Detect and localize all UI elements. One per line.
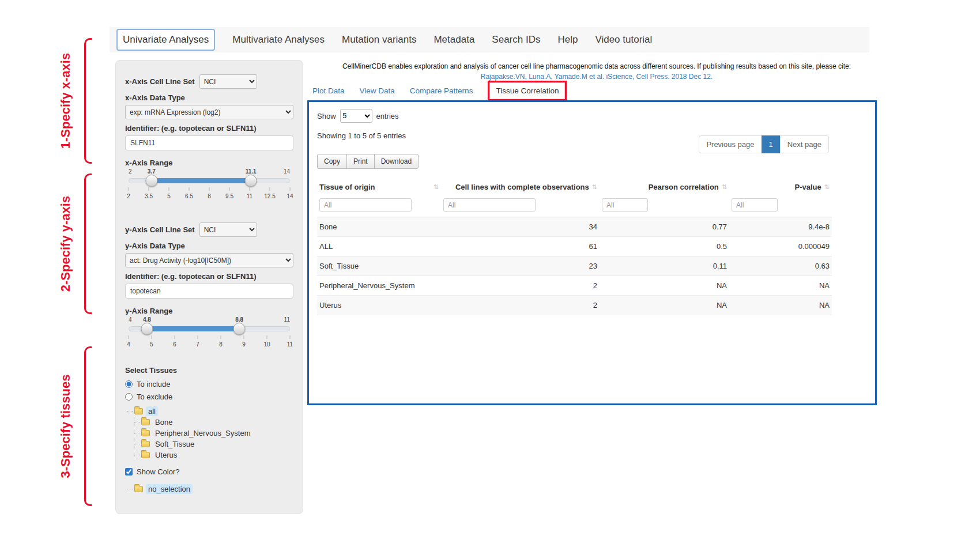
tree-node-no-selection[interactable]: no_selection xyxy=(127,484,293,495)
nav-tab-mutation-variants[interactable]: Mutation variants xyxy=(342,34,416,46)
x-axis-identifier-input[interactable] xyxy=(125,135,293,150)
nav-tab-video-tutorial[interactable]: Video tutorial xyxy=(595,34,652,46)
x-axis-range-label: x-Axis Range xyxy=(125,158,293,167)
tree-node-uterus[interactable]: Uterus xyxy=(134,450,293,461)
top-navbar: Univariate Analyses Multivariate Analyse… xyxy=(110,27,869,52)
previous-page-button[interactable]: Previous page xyxy=(699,135,762,153)
y-range-handle-to[interactable] xyxy=(233,323,246,335)
table-row: Uterus 2 NA NA xyxy=(317,296,832,315)
y-range-max-label: 11 xyxy=(284,316,290,323)
sort-icon[interactable]: ⇅ xyxy=(722,183,727,191)
cell-tissue: ALL xyxy=(317,237,441,256)
analysis-tabs: Plot Data View Data Compare Patterns Tis… xyxy=(312,81,567,100)
tissue-correlation-table: Tissue of origin ⇅ Cell lines with compl… xyxy=(317,178,832,315)
table-filter-row xyxy=(317,196,832,217)
y-axis-data-type-select[interactable]: act: Drug Activity (-log10[IC50M]) xyxy=(125,253,293,267)
tree-node-no-selection-label: no_selection xyxy=(146,484,193,494)
exclude-radio[interactable] xyxy=(125,393,133,401)
y-axis-cell-line-set-select[interactable]: NCI xyxy=(199,222,257,237)
cell-cell-lines: 2 xyxy=(441,296,600,315)
include-radio-label: To include xyxy=(137,380,171,388)
download-button[interactable]: Download xyxy=(374,154,419,169)
cell-p-value: 0.000049 xyxy=(729,237,832,256)
y-axis-identifier-input[interactable] xyxy=(125,284,293,299)
sort-icon[interactable]: ⇅ xyxy=(592,183,597,191)
cell-cell-lines: 61 xyxy=(441,237,600,256)
cell-cell-lines: 23 xyxy=(441,256,600,276)
cell-tissue: Bone xyxy=(317,217,441,237)
filter-p-value-input[interactable] xyxy=(732,198,778,212)
entries-per-page-select[interactable]: 5 xyxy=(340,109,372,123)
nav-tab-search-ids[interactable]: Search IDs xyxy=(492,34,540,46)
x-range-max-label: 14 xyxy=(284,168,290,175)
annotation-bracket-2 xyxy=(84,173,92,314)
folder-icon xyxy=(141,430,150,436)
tab-compare-patterns[interactable]: Compare Patterns xyxy=(410,86,473,95)
next-page-button[interactable]: Next page xyxy=(780,135,829,153)
cell-pearson: NA xyxy=(600,296,729,315)
folder-icon xyxy=(134,486,143,492)
x-axis-data-type-select[interactable]: exp: mRNA Expression (log2) xyxy=(125,105,293,119)
tree-node-all[interactable]: all xyxy=(127,406,293,417)
header-tissue-of-origin[interactable]: Tissue of origin ⇅ xyxy=(317,178,441,196)
x-range-to-value: 11.1 xyxy=(246,168,257,175)
sort-icon[interactable]: ⇅ xyxy=(824,183,830,191)
nav-tab-help[interactable]: Help xyxy=(557,34,578,46)
y-range-to-value: 8.8 xyxy=(235,316,243,323)
tab-tissue-correlation[interactable]: Tissue Correlation xyxy=(489,82,565,99)
y-range-tick-labels: 4 5 6 7 8 9 10 11 xyxy=(129,341,290,348)
header-cell-lines[interactable]: Cell lines with complete observations ⇅ xyxy=(441,178,600,196)
nav-tab-univariate-analyses[interactable]: Univariate Analyses xyxy=(116,29,215,51)
tab-view-data[interactable]: View Data xyxy=(360,86,395,95)
cell-pearson: NA xyxy=(600,276,729,296)
nav-tab-multivariate-analyses[interactable]: Multivariate Analyses xyxy=(232,34,325,46)
export-buttons: Copy Print Download xyxy=(317,154,867,169)
table-row: Soft_Tissue 23 0.11 0.63 xyxy=(317,256,832,276)
filter-pearson-input[interactable] xyxy=(602,198,648,212)
tree-node-soft-tissue-label: Soft_Tissue xyxy=(153,439,197,449)
x-range-handle-from[interactable] xyxy=(145,175,157,187)
entries-label: entries xyxy=(376,112,399,120)
tree-node-bone[interactable]: Bone xyxy=(134,417,293,428)
nav-tab-metadata[interactable]: Metadata xyxy=(434,34,474,46)
tissues-include-option[interactable]: To include xyxy=(125,380,293,388)
y-range-handle-from[interactable] xyxy=(141,323,153,335)
folder-icon xyxy=(134,408,143,414)
citation-text: CellMinerCDB enables exploration and ana… xyxy=(314,61,879,71)
copy-button[interactable]: Copy xyxy=(317,154,347,169)
header-p-value[interactable]: P-value ⇅ xyxy=(729,178,832,196)
page-number-button[interactable]: 1 xyxy=(762,135,781,153)
include-radio[interactable] xyxy=(125,380,133,388)
x-range-min-label: 2 xyxy=(129,168,132,175)
cell-tissue: Soft_Tissue xyxy=(317,256,441,276)
print-button[interactable]: Print xyxy=(346,154,375,169)
tree-node-soft-tissue[interactable]: Soft_Tissue xyxy=(134,439,293,450)
tree-node-peripheral-nervous-system[interactable]: Peripheral_Nervous_System xyxy=(134,428,293,439)
pagination: Previous page 1 Next page xyxy=(699,135,829,153)
show-color-option[interactable]: Show Color? xyxy=(125,467,293,476)
filter-cell-lines-input[interactable] xyxy=(443,198,536,212)
x-axis-identifier-label: Identifier: (e.g. topotecan or SLFN11) xyxy=(125,124,293,133)
show-color-checkbox[interactable] xyxy=(125,468,133,475)
tab-plot-data[interactable]: Plot Data xyxy=(312,86,345,95)
selection-tree: no_selection xyxy=(127,484,293,495)
tissues-exclude-option[interactable]: To exclude xyxy=(125,393,293,401)
y-axis-data-type-label: y-Axis Data Type xyxy=(125,241,293,250)
table-header-row: Tissue of origin ⇅ Cell lines with compl… xyxy=(317,178,832,196)
x-axis-cell-line-set-select[interactable]: NCI xyxy=(199,74,257,89)
sort-icon[interactable]: ⇅ xyxy=(434,183,439,191)
tree-node-all-label: all xyxy=(146,406,158,416)
y-axis-range-slider: 4 4.8 8.8 11 4 5 6 7 8 9 10 11 xyxy=(129,316,290,351)
tissue-tree: all Bone Peripheral_Nervous_System Soft_… xyxy=(127,406,293,461)
filter-tissue-input[interactable] xyxy=(319,198,412,212)
cell-cell-lines: 34 xyxy=(441,217,600,237)
x-range-handle-to[interactable] xyxy=(245,175,257,187)
tissue-correlation-annotation-box: Tissue Correlation xyxy=(488,81,567,101)
header-pearson-correlation[interactable]: Pearson correlation ⇅ xyxy=(600,178,729,196)
cell-tissue: Uterus xyxy=(317,296,441,315)
exclude-radio-label: To exclude xyxy=(137,393,172,401)
cell-p-value: 9.4e-8 xyxy=(729,217,832,237)
cell-pearson: 0.77 xyxy=(600,217,729,237)
citation-reference-link[interactable]: Rajapakse.VN, Luna.A, Yamade.M et al. iS… xyxy=(314,71,879,82)
show-label: Show xyxy=(317,112,336,120)
